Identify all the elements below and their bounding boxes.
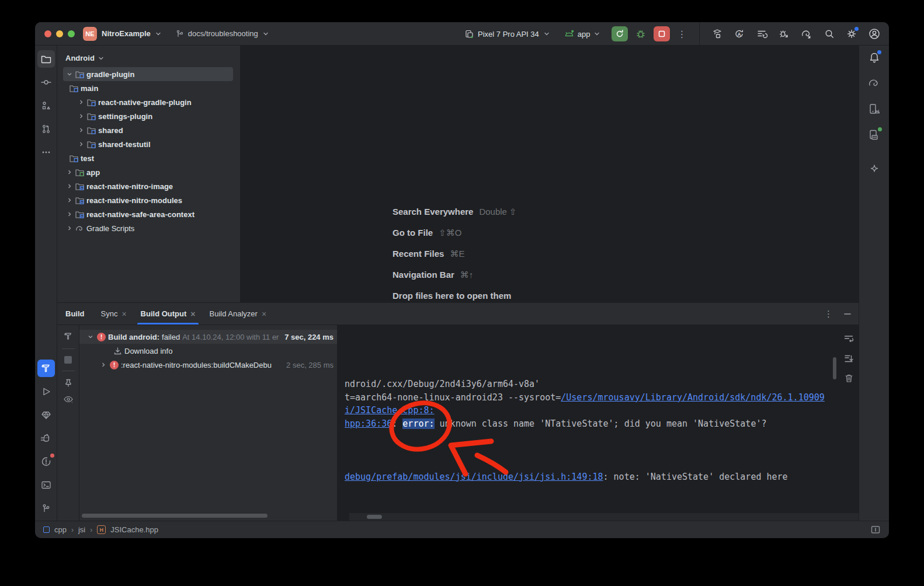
chevron-right-icon[interactable] <box>65 210 74 218</box>
tree-item-react-native-nitro-image[interactable]: react-native-nitro-image <box>57 179 240 193</box>
chevron-right-icon[interactable] <box>65 196 74 204</box>
stop-build-icon[interactable] <box>64 356 72 364</box>
notification-dot <box>877 50 881 54</box>
tree-item-react-native-nitro-modules[interactable]: react-native-nitro-modules <box>57 193 240 207</box>
tab-sync[interactable]: Sync × <box>94 303 134 325</box>
breadcrumb-file[interactable]: JSICache.hpp <box>110 525 158 534</box>
gradle-tool-window-button[interactable] <box>867 77 881 90</box>
console-file-link[interactable]: /Users/mrousavy/Library/Android/sdk/ndk/… <box>561 392 825 403</box>
chevron-right-icon[interactable] <box>77 126 85 134</box>
structure-tool-window-button[interactable] <box>37 97 55 114</box>
chevron-right-icon[interactable] <box>77 112 85 120</box>
tab-build-analyzer[interactable]: Build Analyzer × <box>202 303 273 325</box>
tree-item-settings-plugin[interactable]: settings-plugin <box>57 109 240 123</box>
console-text: ndroid/.cxx/Debug/2nd4i3y6/arm64-v8a't=a… <box>338 325 859 485</box>
clear-console-icon[interactable] <box>844 373 854 383</box>
run-tool-window-button[interactable] <box>37 383 55 400</box>
tree-item-shared-testutil[interactable]: shared-testutil <box>57 137 240 151</box>
close-window-button[interactable] <box>44 30 51 37</box>
scroll-to-end-icon[interactable] <box>843 353 854 364</box>
tree-item-react-native-safe-area-context[interactable]: react-native-safe-area-context <box>57 207 240 221</box>
gem-tool-window-button[interactable] <box>37 406 55 424</box>
problems-tool-window-button[interactable] <box>37 453 55 470</box>
chevron-right-icon[interactable] <box>65 182 74 190</box>
device-selector[interactable]: Pixel 7 Pro API 34 <box>464 29 551 39</box>
apply-changes-icon[interactable]: A <box>734 28 745 40</box>
console-file-link[interactable]: hpp:36:36 <box>345 418 392 429</box>
pull-requests-tool-window-button[interactable] <box>37 120 55 138</box>
ai-sparkle-icon[interactable] <box>869 162 880 174</box>
project-view-selector[interactable]: Android <box>57 50 240 67</box>
tree-item-react-native-gradle-plugin[interactable]: react-native-gradle-plugin <box>57 95 240 109</box>
horizontal-scrollbar[interactable] <box>82 514 268 518</box>
build-panel-title: Build <box>57 309 94 318</box>
rerun-build-icon[interactable] <box>63 331 74 341</box>
tree-item-app[interactable]: app <box>57 165 240 179</box>
vcs-widget[interactable]: docs/troubleshooting <box>175 29 270 39</box>
version-control-tool-window-button[interactable] <box>37 500 55 517</box>
chevron-right-icon[interactable] <box>77 140 85 148</box>
chevron-down-icon[interactable] <box>86 333 95 341</box>
run-configuration-selector[interactable]: app <box>564 29 602 39</box>
build-panel-toolbar <box>57 325 79 521</box>
shortcut-action: Navigation Bar <box>392 270 454 280</box>
close-icon[interactable]: × <box>190 310 195 318</box>
tree-item-gradle-plugin[interactable]: gradle-plugin <box>57 67 240 81</box>
download-info-row[interactable]: Download info <box>79 344 337 358</box>
tab-build-output[interactable]: Build Output × <box>134 303 203 325</box>
stop-button[interactable] <box>654 26 670 41</box>
more-tool-windows-button[interactable] <box>37 144 55 161</box>
tree-item-shared[interactable]: shared <box>57 123 240 137</box>
commit-tool-window-button[interactable] <box>37 74 55 91</box>
view-options-eye-icon[interactable] <box>63 395 74 404</box>
vertical-scrollbar[interactable] <box>833 357 836 379</box>
chevron-down-icon <box>593 30 601 38</box>
shortcut-keys: Double ⇧ <box>479 207 516 217</box>
console-file-link[interactable]: i/JSICache.cpp:8: <box>345 405 435 416</box>
attach-debugger-icon[interactable] <box>778 28 790 40</box>
more-actions-icon[interactable]: ⋮ <box>675 29 689 40</box>
build-output-console[interactable]: ndroid/.cxx/Debug/2nd4i3y6/arm64-v8a't=a… <box>338 325 859 521</box>
terminal-tool-window-button[interactable] <box>37 476 55 494</box>
tree-item-gradle-scripts[interactable]: Gradle Scripts <box>57 221 240 235</box>
search-icon[interactable] <box>824 28 835 40</box>
pin-icon[interactable] <box>64 378 73 388</box>
shortcut-action: Search Everywhere <box>392 207 473 217</box>
zoom-window-button[interactable] <box>68 30 75 37</box>
tree-item-main[interactable]: main <box>57 81 240 95</box>
logcat-tool-window-button[interactable] <box>37 430 55 447</box>
build-tool-window-button[interactable] <box>37 360 55 377</box>
debug-button[interactable] <box>633 26 649 41</box>
chevron-down-icon[interactable] <box>65 70 74 78</box>
settings-gear-icon[interactable] <box>846 28 857 40</box>
chevron-right-icon[interactable] <box>65 168 74 176</box>
running-devices-button[interactable] <box>868 128 881 141</box>
console-file-link[interactable]: debug/prefab/modules/jsi/include/jsi/jsi… <box>345 472 603 482</box>
build-project-icon[interactable] <box>711 28 723 40</box>
breadcrumb-jsi[interactable]: jsi <box>78 525 85 534</box>
profile-icon[interactable] <box>868 27 881 40</box>
project-tool-window-button[interactable] <box>37 50 55 68</box>
failed-task-row[interactable]: ! :react-native-nitro-modules:buildCMake… <box>79 358 337 372</box>
close-icon[interactable]: × <box>121 310 126 318</box>
reader-mode-icon[interactable] <box>870 525 881 535</box>
chevron-right-icon[interactable] <box>77 98 85 106</box>
tree-item-test[interactable]: test <box>57 151 240 165</box>
chevron-right-icon[interactable] <box>99 361 107 369</box>
gradle-sync-icon[interactable] <box>800 28 813 40</box>
notifications-bell-icon[interactable] <box>868 51 881 64</box>
minimize-window-button[interactable] <box>56 30 63 37</box>
breadcrumb-cpp[interactable]: cpp <box>54 525 67 534</box>
horizontal-scrollbar[interactable] <box>349 513 859 521</box>
build-result-row[interactable]: ! Build android: failed At 14.10.24, 12:… <box>79 330 337 344</box>
project-avatar: NE <box>83 27 97 41</box>
panel-options-icon[interactable]: ⋮ <box>824 309 833 319</box>
restore-layout-icon[interactable] <box>756 28 767 40</box>
soft-wrap-icon[interactable] <box>843 333 854 344</box>
close-icon[interactable]: × <box>262 310 266 318</box>
chevron-right-icon[interactable] <box>65 224 74 232</box>
hide-panel-icon[interactable] <box>843 310 852 318</box>
rerun-button[interactable] <box>612 26 628 41</box>
device-manager-button[interactable] <box>868 103 881 116</box>
project-widget[interactable]: NE NitroExample <box>83 27 162 41</box>
